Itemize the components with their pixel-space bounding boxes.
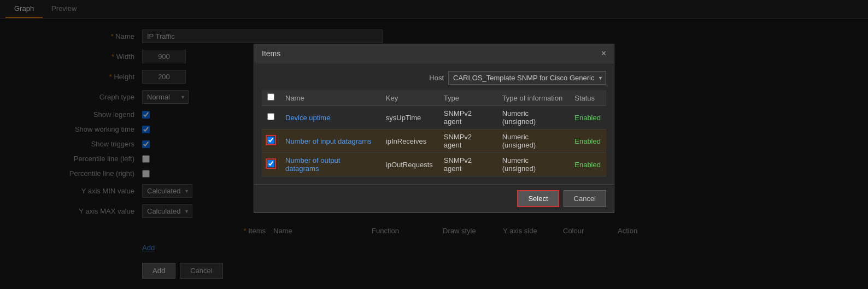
modal-body: Host CARLOS_Template SNMP for Cisco Gene… [254, 63, 614, 184]
host-select[interactable]: CARLOS_Template SNMP for Cisco Generic [448, 71, 606, 85]
row-checkbox[interactable] [267, 113, 274, 120]
items-table-body: Device uptime sysUpTime SNMPv2 agent Num… [262, 106, 606, 176]
items-table-header-row: Name Key Type Type of information Status [262, 90, 606, 106]
close-icon[interactable]: × [601, 49, 606, 58]
col-header-status: Status [569, 90, 606, 106]
modal-footer: Select Cancel [254, 184, 614, 213]
col-header-key: Key [380, 90, 438, 106]
table-row: Number of output datagrams ipOutRequests… [262, 153, 606, 176]
item-link[interactable]: Number of output datagrams [285, 156, 340, 173]
row-checkbox-cell [262, 129, 280, 153]
row-type: SNMPv2 agent [438, 129, 497, 153]
items-table-head: Name Key Type Type of information Status [262, 90, 606, 106]
select-button[interactable]: Select [517, 190, 559, 207]
col-header-checkbox [262, 90, 280, 106]
row-checkbox[interactable] [267, 137, 274, 144]
table-row: Device uptime sysUpTime SNMPv2 agent Num… [262, 106, 606, 129]
host-select-wrapper: CARLOS_Template SNMP for Cisco Generic [448, 71, 606, 85]
row-name: Device uptime [280, 106, 380, 129]
modal-cancel-button[interactable]: Cancel [564, 190, 606, 207]
table-row: Number of input datagrams ipInReceives S… [262, 129, 606, 153]
row-key: ipInReceives [380, 129, 438, 153]
col-header-type: Type [438, 90, 497, 106]
col-header-type-of-info: Type of information [497, 90, 570, 106]
row-type-of-info: Numeric (unsigned) [497, 129, 570, 153]
row-status: Enabled [569, 153, 606, 176]
col-header-name: Name [280, 90, 380, 106]
row-status: Enabled [569, 129, 606, 153]
row-type: SNMPv2 agent [438, 106, 497, 129]
row-checkbox-cell [262, 106, 280, 129]
select-all-checkbox[interactable] [267, 93, 274, 101]
row-type-of-info: Numeric (unsigned) [497, 153, 570, 176]
row-type: SNMPv2 agent [438, 153, 497, 176]
modal-overlay: Items × Host CARLOS_Template SNMP for Ci… [0, 0, 868, 289]
row-key: ipOutRequests [380, 153, 438, 176]
modal-header: Items × [254, 44, 614, 63]
items-table: Name Key Type Type of information Status… [262, 90, 606, 176]
modal-title: Items [262, 49, 280, 58]
row-key: sysUpTime [380, 106, 438, 129]
host-label: Host [429, 74, 444, 82]
row-status: Enabled [569, 106, 606, 129]
item-link[interactable]: Number of input datagrams [285, 137, 372, 145]
row-checkbox[interactable] [267, 160, 274, 167]
row-checkbox-cell [262, 153, 280, 176]
row-type-of-info: Numeric (unsigned) [497, 106, 570, 129]
row-name: Number of input datagrams [280, 129, 380, 153]
row-name: Number of output datagrams [280, 153, 380, 176]
modal-host-row: Host CARLOS_Template SNMP for Cisco Gene… [262, 71, 606, 85]
item-link[interactable]: Device uptime [285, 114, 330, 122]
items-modal: Items × Host CARLOS_Template SNMP for Ci… [254, 44, 614, 213]
